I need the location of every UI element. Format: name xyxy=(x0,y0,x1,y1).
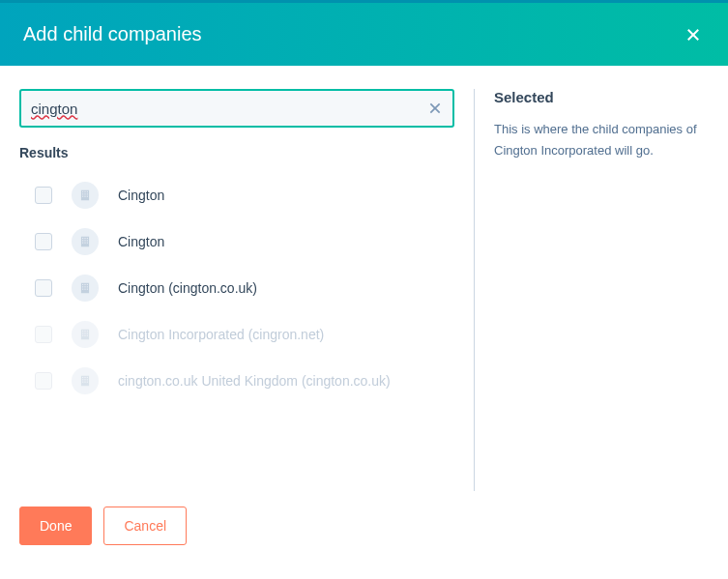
svg-rect-53 xyxy=(87,382,88,383)
svg-rect-30 xyxy=(87,286,88,287)
svg-rect-47 xyxy=(87,377,88,378)
svg-rect-35 xyxy=(82,331,83,332)
svg-rect-5 xyxy=(82,191,83,192)
company-name: Cington xyxy=(118,188,164,203)
result-item[interactable]: Cington xyxy=(19,172,454,218)
result-item: cington.co.uk United Kingdom (cington.co… xyxy=(19,358,454,404)
svg-rect-38 xyxy=(82,333,83,333)
svg-rect-29 xyxy=(84,286,85,287)
svg-rect-48 xyxy=(82,379,83,380)
search-panel: cington Results CingtonCingtonCington (c… xyxy=(19,89,474,491)
svg-rect-20 xyxy=(87,240,88,241)
result-checkbox[interactable] xyxy=(35,187,52,204)
company-name: Cington Incorporated (cingron.net) xyxy=(118,327,324,342)
svg-rect-32 xyxy=(84,289,85,290)
selected-description: This is where the child companies of Cin… xyxy=(494,119,709,161)
svg-rect-17 xyxy=(87,238,88,239)
result-item[interactable]: Cington xyxy=(19,218,454,265)
results-label: Results xyxy=(19,145,454,160)
svg-rect-9 xyxy=(84,193,85,194)
svg-rect-22 xyxy=(84,243,85,244)
result-item[interactable]: Cington (cington.co.uk) xyxy=(19,265,454,311)
company-icon xyxy=(72,367,99,394)
result-item: Cington Incorporated (cingron.net) xyxy=(19,311,454,358)
search-input[interactable] xyxy=(19,89,454,128)
svg-rect-15 xyxy=(82,238,83,239)
done-button[interactable]: Done xyxy=(19,507,92,545)
svg-rect-8 xyxy=(82,193,83,194)
search-wrapper: cington xyxy=(19,89,454,128)
svg-rect-40 xyxy=(87,333,88,333)
svg-rect-52 xyxy=(84,382,85,383)
result-checkbox[interactable] xyxy=(35,279,52,297)
company-icon xyxy=(72,182,99,209)
svg-rect-50 xyxy=(87,379,88,380)
svg-rect-6 xyxy=(84,191,85,192)
svg-rect-45 xyxy=(82,377,83,378)
company-icon xyxy=(72,228,99,255)
svg-rect-25 xyxy=(82,284,83,285)
svg-rect-37 xyxy=(87,331,88,332)
svg-rect-28 xyxy=(82,286,83,287)
svg-rect-36 xyxy=(84,331,85,332)
svg-rect-42 xyxy=(84,335,85,336)
svg-rect-7 xyxy=(87,191,88,192)
svg-rect-31 xyxy=(82,289,83,290)
close-button[interactable] xyxy=(682,23,705,46)
svg-rect-16 xyxy=(84,238,85,239)
company-name: Cington xyxy=(118,234,164,249)
svg-rect-46 xyxy=(84,377,85,378)
clear-search-button[interactable] xyxy=(425,99,445,118)
svg-rect-41 xyxy=(82,335,83,336)
svg-rect-43 xyxy=(87,335,88,336)
svg-rect-26 xyxy=(84,284,85,285)
svg-rect-11 xyxy=(82,196,83,197)
result-checkbox[interactable] xyxy=(35,233,52,250)
company-name: cington.co.uk United Kingdom (cington.co… xyxy=(118,373,391,389)
close-icon xyxy=(427,101,443,116)
company-icon xyxy=(72,321,99,348)
company-name: Cington (cington.co.uk) xyxy=(118,280,257,296)
modal-header: Add child companies xyxy=(0,0,728,66)
close-icon xyxy=(684,26,702,43)
svg-rect-27 xyxy=(87,284,88,285)
modal-content: cington Results CingtonCingtonCington (c… xyxy=(0,66,728,491)
modal-title: Add child companies xyxy=(23,23,202,45)
modal-footer: Done Cancel xyxy=(0,491,728,561)
results-list: CingtonCingtonCington (cington.co.uk)Cin… xyxy=(19,172,454,404)
selected-heading: Selected xyxy=(494,89,709,105)
result-checkbox xyxy=(35,372,52,390)
svg-rect-21 xyxy=(82,243,83,244)
svg-rect-18 xyxy=(82,240,83,241)
svg-rect-39 xyxy=(84,333,85,333)
cancel-button[interactable]: Cancel xyxy=(103,507,187,545)
svg-rect-23 xyxy=(87,243,88,244)
result-checkbox xyxy=(35,326,52,343)
svg-rect-33 xyxy=(87,289,88,290)
company-icon xyxy=(72,275,99,302)
svg-rect-49 xyxy=(84,379,85,380)
svg-rect-19 xyxy=(84,240,85,241)
svg-rect-12 xyxy=(84,196,85,197)
selected-panel: Selected This is where the child compani… xyxy=(474,89,709,491)
svg-rect-10 xyxy=(87,193,88,194)
svg-rect-51 xyxy=(82,382,83,383)
svg-rect-13 xyxy=(87,196,88,197)
